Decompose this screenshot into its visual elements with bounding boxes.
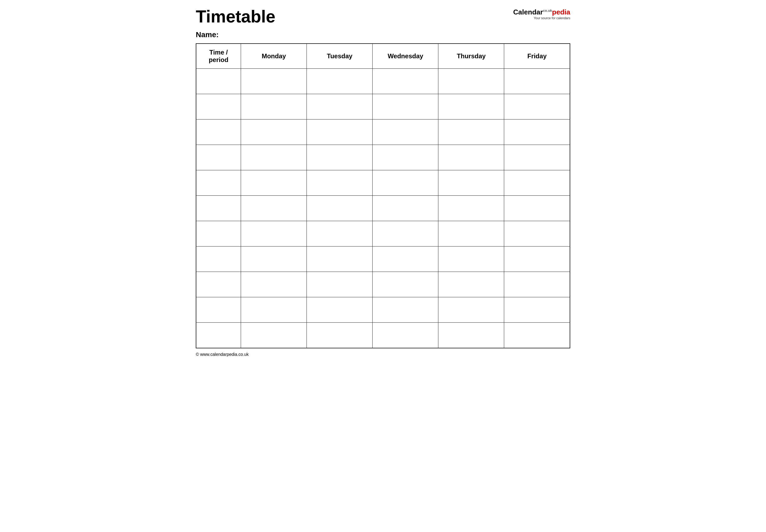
day-cell[interactable] (439, 272, 504, 297)
day-cell[interactable] (439, 94, 504, 119)
time-cell[interactable] (196, 272, 241, 297)
day-cell[interactable] (241, 246, 307, 272)
day-cell[interactable] (307, 196, 372, 221)
name-row: Name: (196, 30, 570, 39)
time-cell[interactable] (196, 196, 241, 221)
day-cell[interactable] (504, 272, 570, 297)
timetable-body (196, 69, 570, 348)
page-wrapper: Timetable Calendarco.ukpedia Your source… (196, 8, 570, 357)
day-cell[interactable] (372, 272, 439, 297)
day-cell[interactable] (504, 196, 570, 221)
day-cell[interactable] (241, 272, 307, 297)
day-cell[interactable] (372, 221, 439, 246)
time-cell[interactable] (196, 297, 241, 323)
name-label: Name: (196, 30, 219, 39)
day-cell[interactable] (372, 246, 439, 272)
logo-area: Calendarco.ukpedia Your source for calen… (513, 8, 570, 20)
table-row (196, 221, 570, 246)
day-cell[interactable] (504, 221, 570, 246)
day-cell[interactable] (372, 119, 439, 145)
footer: © www.calendarpedia.co.uk (196, 352, 570, 357)
day-cell[interactable] (439, 69, 504, 94)
table-row (196, 69, 570, 94)
col-header-tuesday: Tuesday (307, 44, 372, 69)
day-cell[interactable] (439, 196, 504, 221)
day-cell[interactable] (372, 196, 439, 221)
day-cell[interactable] (439, 145, 504, 170)
day-cell[interactable] (241, 145, 307, 170)
day-cell[interactable] (504, 246, 570, 272)
day-cell[interactable] (372, 69, 439, 94)
logo-calendar: Calendar (513, 8, 543, 16)
day-cell[interactable] (504, 170, 570, 196)
time-cell[interactable] (196, 170, 241, 196)
col-header-monday: Monday (241, 44, 307, 69)
col-header-wednesday: Wednesday (372, 44, 439, 69)
col-header-friday: Friday (504, 44, 570, 69)
day-cell[interactable] (439, 170, 504, 196)
day-cell[interactable] (241, 221, 307, 246)
logo-tld: co.uk (543, 9, 552, 13)
day-cell[interactable] (504, 119, 570, 145)
day-cell[interactable] (372, 94, 439, 119)
day-cell[interactable] (307, 297, 372, 323)
time-cell[interactable] (196, 323, 241, 348)
time-cell[interactable] (196, 69, 241, 94)
day-cell[interactable] (504, 69, 570, 94)
day-cell[interactable] (307, 221, 372, 246)
day-cell[interactable] (504, 297, 570, 323)
day-cell[interactable] (241, 196, 307, 221)
day-cell[interactable] (241, 170, 307, 196)
time-cell[interactable] (196, 94, 241, 119)
day-cell[interactable] (439, 221, 504, 246)
day-cell[interactable] (307, 94, 372, 119)
logo-tagline: Your source for calendars (513, 16, 570, 20)
day-cell[interactable] (241, 69, 307, 94)
table-row (196, 323, 570, 348)
table-row (196, 94, 570, 119)
day-cell[interactable] (439, 297, 504, 323)
day-cell[interactable] (504, 145, 570, 170)
header-row: Timetable Calendarco.ukpedia Your source… (196, 8, 570, 25)
day-cell[interactable] (307, 246, 372, 272)
col-header-thursday: Thursday (439, 44, 504, 69)
table-row (196, 196, 570, 221)
day-cell[interactable] (372, 323, 439, 348)
day-cell[interactable] (241, 94, 307, 119)
timetable: Time / period Monday Tuesday Wednesday T… (196, 43, 570, 348)
day-cell[interactable] (439, 119, 504, 145)
page-title: Timetable (196, 8, 275, 25)
day-cell[interactable] (504, 323, 570, 348)
col-header-time: Time / period (196, 44, 241, 69)
day-cell[interactable] (307, 119, 372, 145)
day-cell[interactable] (439, 323, 504, 348)
table-row (196, 297, 570, 323)
day-cell[interactable] (504, 94, 570, 119)
day-cell[interactable] (307, 69, 372, 94)
day-cell[interactable] (241, 297, 307, 323)
table-row (196, 246, 570, 272)
day-cell[interactable] (439, 246, 504, 272)
day-cell[interactable] (307, 170, 372, 196)
table-row (196, 145, 570, 170)
logo-pedia: pedia (552, 8, 570, 16)
table-row (196, 272, 570, 297)
time-cell[interactable] (196, 145, 241, 170)
day-cell[interactable] (307, 145, 372, 170)
table-row (196, 170, 570, 196)
day-cell[interactable] (372, 170, 439, 196)
day-cell[interactable] (372, 145, 439, 170)
day-cell[interactable] (241, 119, 307, 145)
time-cell[interactable] (196, 119, 241, 145)
day-cell[interactable] (307, 272, 372, 297)
logo-text: Calendarco.ukpedia (513, 8, 570, 16)
time-cell[interactable] (196, 246, 241, 272)
footer-url: © www.calendarpedia.co.uk (196, 352, 249, 357)
day-cell[interactable] (307, 323, 372, 348)
time-cell[interactable] (196, 221, 241, 246)
table-header-row: Time / period Monday Tuesday Wednesday T… (196, 44, 570, 69)
day-cell[interactable] (372, 297, 439, 323)
table-row (196, 119, 570, 145)
day-cell[interactable] (241, 323, 307, 348)
